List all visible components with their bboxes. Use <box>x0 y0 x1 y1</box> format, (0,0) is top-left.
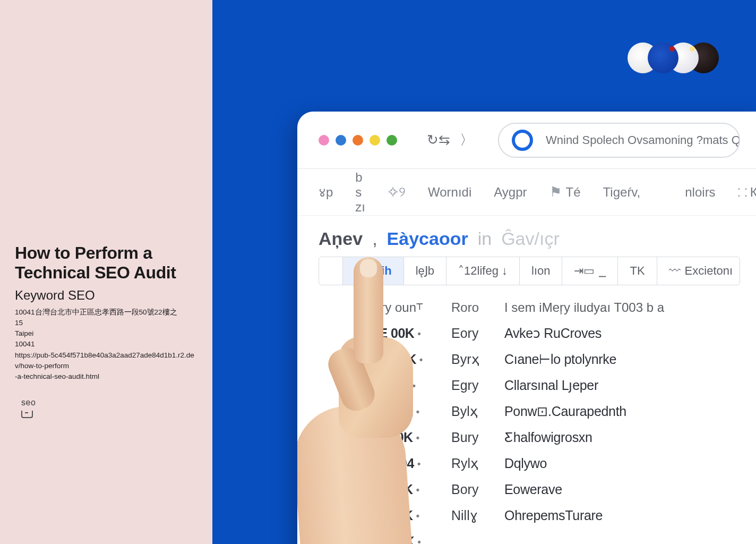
forward-icon[interactable]: 〉 <box>460 131 474 149</box>
row-metric: 80 00K • <box>372 508 451 523</box>
row-metric: 1.7 004 • <box>372 456 451 471</box>
list-row[interactable]: 1.3 00K •ByrҳCıane⊢lo ptolynrke <box>319 346 740 372</box>
seo-badge: seo <box>21 398 197 418</box>
row-desc: Dqlywo <box>504 456 687 471</box>
row-desc: OhrepemsTurare <box>504 508 687 523</box>
page-title: How to Perform a Technical SEO Audit <box>15 243 197 283</box>
list-row[interactable]: 82 00K •BuryƸhalfowigrosxn <box>319 424 740 450</box>
toolbar-item-8[interactable]: ⸬ Кural <box>738 184 756 200</box>
browser-mock: ↻⇆ 〉 Wnind Spolech Ovsamoning ?mats Qitl… <box>297 112 756 544</box>
row-tag: Nillɣ <box>451 508 504 523</box>
window-dot-3[interactable] <box>353 135 363 146</box>
row-tag: Bory <box>451 482 504 497</box>
dot-icon: • <box>416 511 419 521</box>
content-area: Aņev, Eàycaoor in Ĝav/ıçr ıņvalih lęͿb ˄… <box>297 216 756 544</box>
flag-icon: ⚑ <box>549 184 562 200</box>
list-row[interactable]: 6E 00K •EoryAvkeɔ RuCroves <box>319 320 740 346</box>
reload-icon[interactable]: ↻⇆ <box>427 132 450 148</box>
page-url-part-b: -a-technical-seo-audit.html <box>15 371 197 382</box>
toolbar-item-2[interactable]: b s zı <box>355 170 365 215</box>
breadcrumb: Aņev, Eàycaoor in Ĝav/ıçr <box>319 228 740 249</box>
window-dot-2[interactable] <box>336 135 346 146</box>
toolbar-item-5[interactable]: ⚑Té <box>549 184 581 200</box>
window-dot-4[interactable] <box>370 135 380 146</box>
arrow-right-box-icon: ⇥▭ <box>574 264 595 278</box>
hero-area: ↻⇆ 〉 Wnind Spolech Ovsamoning ?mats Qitl… <box>212 0 756 544</box>
window-dot-5[interactable] <box>386 135 397 146</box>
dot-icon: • <box>413 381 416 390</box>
row-metric: 8I 00K • <box>372 378 451 393</box>
filter-left-pad[interactable] <box>319 257 343 285</box>
row-desc: Cllarsınal Lȷeper <box>504 378 687 393</box>
toolbar-sparkle-icon[interactable]: ✧୨ <box>388 184 406 200</box>
dot-icon: • <box>417 459 420 469</box>
left-panel: How to Perform a Technical SEO Audit Key… <box>0 0 212 544</box>
row-desc: Avkeɔ RuCroves <box>504 326 687 341</box>
address-postal: 10041 <box>15 339 197 350</box>
logo-cluster <box>628 42 719 73</box>
crumb-ghost: Ĝav/ıçr <box>501 228 560 249</box>
dot-icon: • <box>417 329 420 338</box>
row-tag: Byrҳ <box>451 352 504 367</box>
toolbar-item-4[interactable]: Aygpr <box>494 185 527 200</box>
toolbar-item-6[interactable]: Tigeŕv, <box>603 185 641 200</box>
dot-icon: • <box>419 355 423 364</box>
filter-tab-4[interactable]: lıon <box>520 257 562 285</box>
levels-icon: ⸬ <box>738 184 747 200</box>
list-header-col-1: Hŗy oun⸆ <box>372 300 451 315</box>
list-header: Hŗy oun⸆ Roro I sem iMeŗy iludyaı T003 b… <box>319 295 740 320</box>
list-row[interactable]: 80 00K •BylҳPonw⊡.Caurapednth <box>319 398 740 424</box>
window-controls <box>319 135 397 146</box>
row-metric: 32 00K • <box>372 482 451 497</box>
filter-tab-6[interactable]: 〰 Excietonı <box>657 257 740 285</box>
row-desc: Ƹhalfowigrosxn <box>504 430 687 445</box>
filter-tab-2[interactable]: lęͿb <box>404 257 446 285</box>
waveform-icon: 〰 <box>669 264 681 278</box>
seo-label: seo <box>21 398 197 407</box>
page-url-part-a: https://pub-5c454f571b8e40a3a2aad27ade84… <box>15 350 197 372</box>
list-header-col-3: I sem iMeŗy iludyaı T003 b a <box>504 300 687 315</box>
seo-underline-icon <box>21 411 33 418</box>
address-bar[interactable]: Wnind Spolech Ovsamoning ?mats Qitl <box>498 123 740 158</box>
list-row[interactable]: 8I 00K •EgryCllarsınal Lȷeper <box>319 372 740 398</box>
list-header-col-2: Roro <box>451 300 504 315</box>
list-row[interactable]: 1.7 004 •RylҳDqlywo <box>319 450 740 477</box>
row-metric: 82 00K • <box>372 430 451 445</box>
dot-icon: • <box>416 407 419 416</box>
filter-tab-3[interactable]: ˄12lifeg ↓ <box>446 257 520 285</box>
address-line-2: 15 <box>15 318 197 328</box>
address-line-1: 10041台灣台北市中正區忠孝西路一段50號22樓之 <box>15 307 197 318</box>
nav-controls: ↻⇆ 〉 <box>427 131 474 149</box>
row-tag: Bury <box>451 430 504 445</box>
secondary-toolbar: ४p b s zı ✧୨ Wornıdi Aygpr ⚑Té Tigeŕv, n… <box>297 169 756 216</box>
row-desc: Ponw⊡.Caurapednth <box>504 404 687 419</box>
toolbar-item-1[interactable]: ४p <box>319 185 333 200</box>
filter-tab-active[interactable]: ıņvalih <box>343 257 404 285</box>
row-desc: Cıane⊢lo ptolynrke <box>504 352 687 367</box>
page-subtitle: Keyword SEO <box>15 288 197 303</box>
row-metric: 80 00K • <box>372 404 451 419</box>
list-body: 6E 00K •EoryAvkeɔ RuCroves1.3 00K •ByrҳC… <box>319 320 740 544</box>
window-dot-1[interactable] <box>319 135 329 146</box>
list-row[interactable]: 32 00K •BoryEowerave <box>319 477 740 503</box>
address-city: Taipei <box>15 328 197 339</box>
list-row[interactable]: 8E 00K • <box>319 529 740 544</box>
browser-topbar: ↻⇆ 〉 Wnind Spolech Ovsamoning ?mats Qitl <box>297 112 756 169</box>
crumb-prefix: Aņev <box>319 228 363 249</box>
filter-tab-spacer[interactable]: ⇥▭ ⎯ <box>562 257 618 285</box>
toolbar-item-3[interactable]: Wornıdi <box>428 185 471 200</box>
toolbar-item-7[interactable]: nloirs <box>685 185 715 200</box>
crumb-main[interactable]: Eàycaoor <box>387 228 468 249</box>
row-metric: 6E 00K • <box>372 326 451 341</box>
filter-tab-5[interactable]: TK <box>618 257 657 285</box>
dot-icon: • <box>417 537 420 545</box>
list-row[interactable]: 80 00K •NillɣOhrepemsTurare <box>319 503 740 529</box>
row-tag: Bylҳ <box>451 404 504 419</box>
filter-tabs: ıņvalih lęͿb ˄12lifeg ↓ lıon ⇥▭ ⎯ TK 〰 E… <box>319 257 740 285</box>
dot-icon: • <box>416 433 419 443</box>
row-tag: Eory <box>451 326 504 341</box>
search-ring-icon <box>512 130 533 151</box>
address-bar-text: Wnind Spolech Ovsamoning ?mats Qitl <box>546 133 740 147</box>
dot-icon: • <box>416 485 419 495</box>
row-desc: Eowerave <box>504 482 687 497</box>
